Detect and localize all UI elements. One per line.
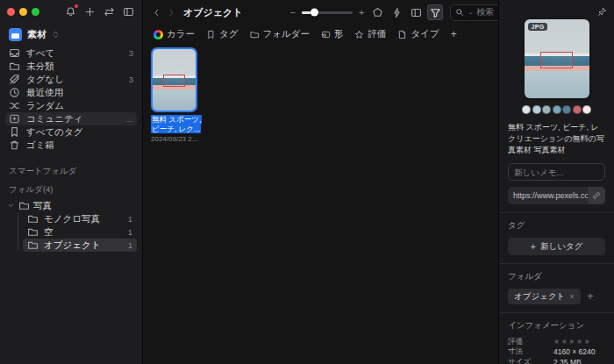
remove-folder-icon[interactable]: × — [569, 292, 574, 301]
memo-input[interactable] — [508, 163, 605, 181]
tree-folder-object[interactable]: オブジェクト 1 — [23, 239, 137, 252]
folder-icon — [9, 61, 20, 72]
minimize-window-button[interactable] — [19, 8, 27, 16]
notification-badge-dot — [75, 4, 79, 9]
shuffle-icon — [9, 100, 20, 111]
file-icon — [397, 30, 407, 39]
palette-swatch[interactable] — [532, 105, 541, 114]
info-row-size: サイズ 2.35 MB — [508, 357, 605, 364]
more-ellipsis[interactable]: … — [125, 114, 134, 124]
sidebar-item-all[interactable]: すべて 3 — [5, 46, 137, 60]
filter-rating[interactable]: 評価 — [354, 28, 386, 40]
item-count: 3 — [129, 75, 133, 84]
tag-off-icon — [9, 74, 20, 85]
zoom-slider-knob[interactable] — [311, 9, 318, 17]
search-scope-chevron-icon[interactable]: ⌄ — [468, 9, 473, 16]
asset-card[interactable]: 無料 スポーツ, ビーチ, レク... 2024/09/23 2... — [151, 47, 197, 143]
asset-description[interactable]: 無料 スポーツ, ビーチ, レクリエーションの無料の写真素材 写真素材 — [508, 122, 605, 156]
asset-title: 無料 スポーツ, ビーチ, レク... — [151, 115, 197, 133]
palette-swatch[interactable] — [542, 105, 551, 114]
goal-post-graphic — [540, 52, 573, 68]
folder-icon — [18, 200, 30, 211]
sidebar-item-untagged[interactable]: タグなし 3 — [5, 73, 137, 86]
add-tag-button[interactable]: + 新しいタグ — [508, 238, 605, 255]
zoom-in-button[interactable]: + — [359, 8, 364, 18]
filter-tag[interactable]: タグ — [206, 28, 239, 40]
pin-icon[interactable] — [597, 7, 607, 17]
inbox-icon — [9, 47, 20, 59]
tree-folder-photos[interactable]: 写真 — [5, 199, 137, 212]
filter-folder[interactable]: フォルダー — [250, 28, 310, 40]
clock-icon — [9, 87, 20, 98]
sidebar-nav: すべて 3 未分類 タグなし 3 最近使用 ランダム — [0, 45, 142, 152]
shapes-badge-icon[interactable] — [369, 4, 385, 20]
sidebar-item-all-tags[interactable]: すべてのタグ — [5, 125, 137, 139]
asset-preview[interactable]: JPG — [525, 19, 589, 98]
library-icon — [9, 28, 22, 41]
sidebar: 素材 すべて 3 未分類 タグなし 3 最近使用 — [0, 0, 143, 364]
zoom-window-button[interactable] — [32, 8, 39, 16]
star-icon — [354, 30, 364, 39]
lightning-icon[interactable] — [389, 4, 404, 20]
sidebar-item-random[interactable]: ランダム — [5, 99, 137, 112]
toggle-sidebar-icon[interactable] — [122, 5, 135, 18]
add-folder-button[interactable]: + — [588, 290, 594, 303]
divider — [499, 212, 614, 213]
asset-photo — [153, 49, 196, 111]
color-palette — [508, 105, 605, 114]
library-switcher[interactable]: 素材 — [0, 23, 142, 45]
filter-funnel-icon[interactable] — [427, 4, 443, 20]
layout-icon[interactable] — [408, 4, 424, 20]
tree-folder-monochrome[interactable]: モノクロ写真 1 — [23, 212, 137, 225]
filter-shape[interactable]: 形 — [321, 28, 344, 40]
format-badge: JPG — [528, 23, 548, 31]
rating-stars[interactable]: ★★★★★ — [553, 338, 591, 346]
folder-icon — [27, 213, 39, 225]
zoom-slider-track[interactable] — [302, 11, 353, 14]
divider — [499, 263, 614, 264]
url-text[interactable]: https://www.pexels.com/ja- — [508, 191, 588, 200]
info-table: 評価 ★★★★★ 寸法 4160 × 6240 サイズ 2.35 MB タイプ … — [508, 337, 605, 364]
breadcrumb-title: オブジェクト — [183, 6, 243, 19]
notifications-bell-icon[interactable] — [64, 5, 77, 18]
asset-thumbnail[interactable] — [151, 47, 197, 112]
palette-swatch[interactable] — [553, 105, 561, 114]
sidebar-item-uncategorized[interactable]: 未分類 — [5, 60, 137, 73]
inspector-panel: JPG 無料 スポーツ, ビーチ, レクリエーションの無料の写真素材 写真素材 … — [498, 0, 614, 364]
palette-swatch[interactable] — [573, 105, 582, 114]
close-window-button[interactable] — [7, 8, 15, 16]
community-icon — [9, 113, 20, 125]
folder-icon — [27, 226, 39, 238]
add-filter-button[interactable]: + — [451, 28, 457, 40]
chevron-down-icon[interactable] — [7, 202, 15, 210]
palette-swatch[interactable] — [562, 105, 571, 114]
forward-icon[interactable] — [167, 8, 176, 18]
back-icon[interactable] — [152, 8, 161, 18]
plus-icon: + — [531, 241, 536, 252]
bookmark-icon — [9, 126, 20, 138]
asset-date: 2024/09/23 2... — [151, 135, 197, 143]
zoom-out-button[interactable]: − — [290, 8, 296, 18]
url-field[interactable]: https://www.pexels.com/ja- — [508, 187, 605, 204]
sidebar-item-community[interactable]: コミュニティ … — [5, 112, 137, 125]
folder-icon — [250, 30, 260, 39]
swap-arrows-icon[interactable] — [103, 5, 116, 18]
item-count: 3 — [129, 48, 133, 58]
section-smart-folders: スマートフォルダ — [0, 166, 142, 177]
sidebar-item-trash[interactable]: ゴミ箱 — [5, 139, 137, 152]
sort-chevrons-icon[interactable] — [52, 30, 60, 39]
trash-icon — [9, 139, 20, 151]
library-name: 素材 — [27, 28, 46, 41]
shape-icon — [321, 30, 331, 39]
sidebar-item-recent[interactable]: 最近使用 — [5, 86, 137, 99]
open-link-button[interactable] — [588, 187, 605, 204]
bookmark-icon — [206, 30, 216, 39]
folder-chip[interactable]: オブジェクト × — [508, 289, 581, 304]
tree-folder-sky[interactable]: 空 1 — [23, 225, 137, 239]
info-header: インフォメーション — [508, 320, 605, 332]
palette-swatch[interactable] — [582, 105, 591, 114]
filter-color[interactable]: カラー — [154, 28, 195, 40]
filter-type[interactable]: タイプ — [397, 28, 439, 40]
add-item-icon[interactable] — [83, 5, 96, 18]
palette-swatch[interactable] — [522, 105, 531, 114]
